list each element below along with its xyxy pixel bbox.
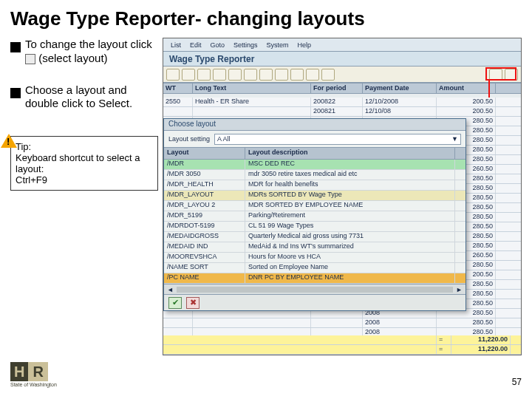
menu-edit[interactable]: Edit bbox=[190, 41, 202, 49]
chevron-right-icon: ► bbox=[456, 286, 463, 293]
chevron-down-icon: ▼ bbox=[451, 135, 458, 143]
menu-system[interactable]: System bbox=[267, 41, 289, 49]
toolbar-button[interactable] bbox=[259, 69, 273, 81]
tip-label: Tip: bbox=[16, 141, 31, 152]
layout-row[interactable]: /MDRMSC DED REC bbox=[164, 160, 466, 170]
logo-subtitle: State of Washington bbox=[10, 382, 57, 387]
table-row: 2550Health - ER Share20082212/10/2008200… bbox=[163, 98, 522, 107]
tip-body-2: Ctrl+F9 bbox=[16, 174, 153, 185]
grid-col-1: Long Text bbox=[193, 83, 311, 93]
toolbar-button[interactable] bbox=[290, 69, 304, 81]
bullet-1: To change the layout click (select layou… bbox=[10, 38, 158, 66]
grid-header: WTLong TextFor periodPayment DateAmount bbox=[163, 83, 521, 94]
toolbar-button[interactable] bbox=[306, 69, 319, 81]
menu-help[interactable]: Help bbox=[298, 41, 312, 49]
dialog-grid-header: LayoutLayout description bbox=[164, 148, 466, 160]
dialog-ok-button[interactable]: ✔ bbox=[168, 297, 182, 309]
toolbar-button[interactable] bbox=[244, 69, 257, 81]
dialog-cancel-button[interactable]: ✖ bbox=[186, 297, 200, 309]
totals-row: =11,220.00 bbox=[163, 345, 522, 355]
toolbar-button[interactable] bbox=[197, 69, 211, 81]
grid-col-3: Payment Date bbox=[363, 83, 437, 93]
bullet-2-text: Choose a layout and double click to Sele… bbox=[25, 83, 158, 112]
choose-layout-dialog: Choose layout Layout setting A All ▼ Lay… bbox=[163, 118, 466, 311]
dialog-col-0: Layout bbox=[164, 148, 245, 159]
layout-row[interactable]: /MDR_5199Parking/Retirement bbox=[164, 211, 466, 222]
callout-highlight bbox=[485, 67, 516, 81]
layout-row[interactable]: /PC NAMEDNR PC BY EMPLOYEE NAME bbox=[164, 273, 466, 284]
menu-goto[interactable]: Goto bbox=[211, 41, 225, 49]
table-row: 20082112/10/08200.50 bbox=[163, 107, 522, 117]
instruction-column: To change the layout click (select layou… bbox=[10, 38, 158, 355]
totals-row: =11,220.00 bbox=[163, 335, 522, 345]
layout-row[interactable]: /MDR_HEALTHMDR for health benefits bbox=[164, 180, 466, 191]
select-layout-icon bbox=[25, 54, 35, 64]
menu-settings[interactable]: Settings bbox=[233, 41, 258, 49]
bullet-icon bbox=[10, 88, 21, 98]
bullet-1-text-a: To change the layout click bbox=[25, 38, 152, 50]
toolbar-button[interactable] bbox=[275, 69, 288, 81]
layout-row[interactable]: /MOOREVSHCAHours for Moore vs HCA bbox=[164, 253, 466, 263]
page-title: Wage Type Reporter- changing layouts bbox=[10, 7, 522, 30]
hr-logo: H R State of Washington bbox=[10, 362, 57, 387]
warning-icon: ! bbox=[1, 134, 17, 150]
grid-col-4: Amount bbox=[437, 83, 496, 93]
tip-box: ! Tip: Keyboard shortcut to select a lay… bbox=[10, 136, 158, 191]
layout-row[interactable]: /MDR 3050mdr 3050 retire taxes medical a… bbox=[164, 170, 466, 180]
table-row: 2008280.50 bbox=[163, 318, 522, 328]
layout-setting-label: Layout setting bbox=[168, 135, 210, 143]
logo-r: R bbox=[28, 362, 47, 381]
layout-row[interactable]: /MDR_LAYOUTMDRs SORTED BY Wage Type bbox=[164, 191, 466, 201]
layout-setting-dropdown[interactable]: A All ▼ bbox=[214, 134, 461, 145]
dialog-col-1: Layout description bbox=[245, 148, 455, 159]
grid-col-0: WT bbox=[163, 83, 193, 93]
chevron-left-icon: ◄ bbox=[167, 286, 174, 293]
tip-body-1: Keyboard shortcut to select a layout: bbox=[16, 152, 153, 174]
bullet-2: Choose a layout and double click to Sele… bbox=[10, 83, 158, 112]
dialog-hscroll[interactable]: ◄ ► bbox=[164, 284, 466, 294]
layout-row[interactable]: /NAME SORTSorted on Employee Name bbox=[164, 263, 466, 273]
menu-list[interactable]: List bbox=[171, 41, 181, 49]
layout-row[interactable]: /MDR_LAYOU 2MDR SORTED BY EMPLOYEE NAME bbox=[164, 201, 466, 211]
sap-toolbar bbox=[163, 66, 521, 83]
page-number: 57 bbox=[512, 377, 522, 387]
layout-row[interactable]: /MEDAIDGROSSQuarterly Medical aid gross … bbox=[164, 232, 466, 242]
sap-window-title: Wage Type Reporter bbox=[163, 52, 521, 66]
toolbar-button[interactable] bbox=[213, 69, 226, 81]
logo-h: H bbox=[10, 362, 28, 381]
toolbar-button[interactable] bbox=[182, 69, 195, 81]
bullet-1-text-b: (select layout) bbox=[38, 52, 107, 64]
sap-window: List Edit Goto Settings System Help Wage… bbox=[163, 38, 522, 355]
grid-col-2: For period bbox=[311, 83, 363, 93]
layout-row[interactable]: /MDRDOT-5199CL 51 99 Wage Types bbox=[164, 222, 466, 232]
layout-setting-value: A All bbox=[217, 135, 231, 143]
bullet-icon bbox=[10, 42, 21, 52]
layout-row[interactable]: /MEDAID INDMedAid & Ind Ins WT's summari… bbox=[164, 242, 466, 253]
sap-menu-bar: List Edit Goto Settings System Help bbox=[163, 38, 521, 52]
toolbar-button[interactable] bbox=[166, 69, 180, 81]
dialog-footer: ✔ ✖ bbox=[164, 294, 466, 310]
toolbar-button[interactable] bbox=[228, 69, 242, 81]
dialog-title: Choose layout bbox=[164, 119, 466, 131]
toolbar-button[interactable] bbox=[321, 69, 335, 81]
